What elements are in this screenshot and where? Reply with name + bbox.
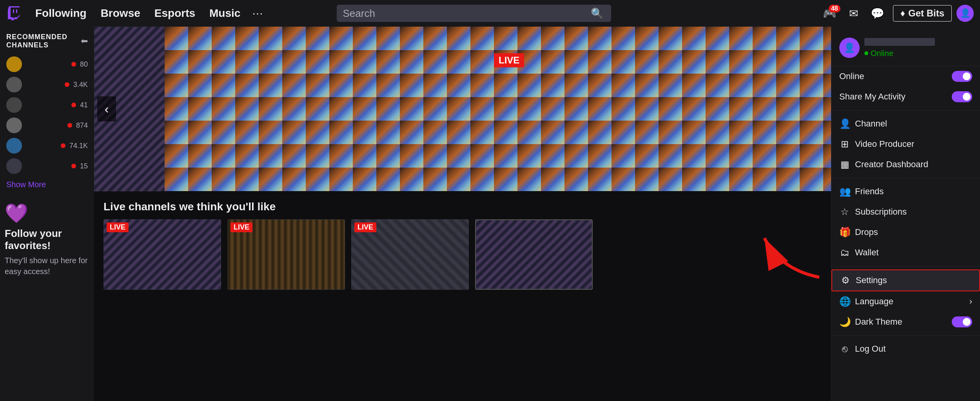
notifications-button[interactable]: 🎮 48	[819, 5, 840, 22]
wallet-label: Wallet	[855, 247, 878, 258]
user-avatar-button[interactable]: 👤	[956, 5, 974, 22]
friends-menu-item[interactable]: 👥 Friends	[831, 181, 980, 202]
viewer-count: 74.1K	[69, 142, 88, 150]
nav-right: 🎮 48 ✉ 💬 ♦ Get Bits 👤	[819, 5, 974, 22]
list-item[interactable]: 74.1K	[0, 135, 94, 156]
friends-label: Friends	[855, 186, 884, 197]
sidebar-header: RECOMMENDED CHANNELS ⬅	[0, 33, 94, 54]
video-producer-icon: ⊞	[839, 139, 850, 150]
following-nav-link[interactable]: Following	[28, 4, 94, 23]
list-item[interactable]: 15	[0, 156, 94, 176]
viewer-count: 3.4K	[73, 81, 88, 89]
music-nav-link[interactable]: Music	[202, 4, 247, 23]
dropdown-username	[864, 38, 935, 46]
channel-card[interactable]: LIVE	[103, 219, 221, 290]
settings-label: Settings	[856, 275, 887, 285]
divider	[831, 178, 980, 178]
search-bar: 🔍	[337, 5, 611, 22]
heart-icon: 💜	[5, 202, 89, 224]
log-out-item-left: ⎋ Log Out	[839, 343, 886, 354]
live-indicator	[71, 62, 76, 67]
user-icon: 👤	[960, 8, 971, 18]
drops-item-left: 🎁 Drops	[839, 227, 878, 238]
channel-icon: 👤	[839, 118, 850, 129]
live-indicator	[67, 123, 72, 128]
list-item[interactable]: 41	[0, 95, 94, 115]
language-menu-item[interactable]: 🌐 Language ›	[831, 291, 980, 312]
follow-promo: 💜 Follow your favorites! They'll show up…	[5, 202, 89, 277]
avatar	[6, 77, 22, 92]
divider	[831, 266, 980, 266]
live-indicator	[61, 143, 65, 148]
live-badge: LIVE	[354, 222, 376, 232]
main-layout: RECOMMENDED CHANNELS ⬅ 80 3.4K 41 874	[0, 27, 980, 401]
search-input[interactable]	[343, 7, 589, 20]
user-dropdown-menu: 👤 Online Online Share My Activity �	[831, 27, 980, 401]
drops-icon: 🎁	[839, 227, 850, 238]
avatar	[6, 117, 22, 133]
sidebar-collapse-button[interactable]: ⬅	[81, 36, 88, 46]
channel-card[interactable]	[475, 219, 593, 290]
drops-label: Drops	[855, 227, 878, 237]
twitch-logo[interactable]	[6, 5, 24, 22]
promo-title: Follow your favorites!	[5, 228, 89, 252]
channel-item-left: 👤 Channel	[839, 118, 887, 129]
divider	[831, 335, 980, 336]
share-activity-row[interactable]: Share My Activity	[831, 87, 980, 107]
channel-card[interactable]: LIVE	[227, 219, 345, 290]
subscriptions-label: Subscriptions	[855, 207, 907, 217]
nav-links: Following Browse Esports Music ⋯	[28, 4, 268, 23]
channel-card[interactable]: LIVE	[351, 219, 469, 290]
get-bits-label: Get Bits	[908, 8, 944, 19]
live-indicator	[71, 164, 76, 168]
language-icon: 🌐	[839, 296, 850, 307]
online-menu-label: Online	[839, 71, 864, 81]
more-nav-button[interactable]: ⋯	[247, 4, 268, 23]
promo-subtitle: They'll show up here for easy access!	[5, 255, 89, 277]
hero-thumbnail-center[interactable]: ‹	[165, 27, 909, 191]
dark-theme-row[interactable]: 🌙 Dark Theme	[831, 312, 980, 332]
search-button[interactable]: 🔍	[589, 6, 605, 21]
video-producer-label: Video Producer	[855, 139, 914, 149]
chat-button[interactable]: 💬	[867, 5, 888, 22]
settings-icon: ⚙	[840, 275, 851, 286]
live-indicator	[65, 82, 69, 87]
creator-dashboard-icon: ▦	[839, 159, 850, 170]
card-thumbnail	[475, 219, 593, 290]
inbox-button[interactable]: ✉	[845, 5, 862, 22]
avatar	[6, 56, 22, 72]
card-thumbnail: LIVE	[227, 219, 345, 290]
creator-dashboard-menu-item[interactable]: ▦ Creator Dashboard	[831, 154, 980, 175]
log-out-label: Log Out	[855, 344, 886, 354]
card-thumbnail: LIVE	[351, 219, 469, 290]
list-item[interactable]: 80	[0, 54, 94, 74]
get-bits-button[interactable]: ♦ Get Bits	[893, 5, 952, 22]
friends-icon: 👥	[839, 186, 850, 197]
show-more-button[interactable]: Show More	[0, 176, 94, 193]
subscriptions-item-left: ☆ Subscriptions	[839, 206, 907, 217]
log-out-menu-item[interactable]: ⎋ Log Out	[831, 339, 980, 359]
wallet-menu-item[interactable]: 🗂 Wallet	[831, 242, 980, 263]
notifications-badge: 48	[829, 5, 840, 13]
settings-menu-item[interactable]: ⚙ Settings	[831, 269, 980, 291]
drops-menu-item[interactable]: 🎁 Drops	[831, 222, 980, 242]
dark-theme-toggle[interactable]	[952, 316, 972, 327]
subscriptions-menu-item[interactable]: ☆ Subscriptions	[831, 202, 980, 222]
share-activity-toggle[interactable]	[952, 91, 972, 102]
subscriptions-icon: ☆	[839, 206, 850, 217]
creator-dashboard-label: Creator Dashboard	[855, 159, 928, 170]
esports-nav-link[interactable]: Esports	[147, 4, 202, 23]
browse-nav-link[interactable]: Browse	[94, 4, 147, 23]
hero-prev-button[interactable]: ‹	[97, 96, 116, 121]
chevron-right-icon: ›	[969, 296, 972, 307]
online-toggle-row[interactable]: Online	[831, 66, 980, 87]
channel-menu-item[interactable]: 👤 Channel	[831, 114, 980, 134]
divider	[831, 110, 980, 110]
video-producer-menu-item[interactable]: ⊞ Video Producer	[831, 134, 980, 154]
online-toggle[interactable]	[952, 71, 972, 82]
list-item[interactable]: 3.4K	[0, 74, 94, 95]
list-item[interactable]: 874	[0, 115, 94, 135]
card-thumbnail: LIVE	[103, 219, 221, 290]
online-status: Online	[864, 49, 935, 58]
share-activity-label: Share My Activity	[839, 92, 906, 102]
